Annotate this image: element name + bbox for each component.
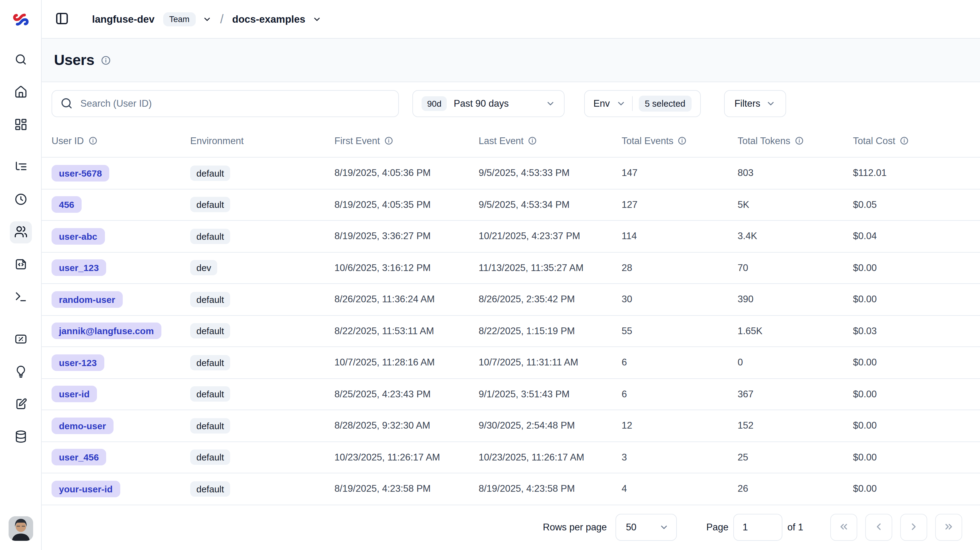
sidebar-item-sessions[interactable] — [10, 189, 32, 211]
user-id-badge[interactable]: user-5678 — [51, 165, 109, 181]
user-id-badge[interactable]: your-user-id — [51, 481, 120, 497]
user-id-badge[interactable]: user_456 — [51, 449, 106, 466]
table-row[interactable]: demo-user default 8/28/2025, 9:32:30 AM … — [42, 410, 980, 442]
info-icon[interactable] — [900, 136, 909, 145]
sidebar-item-tracing[interactable] — [10, 156, 32, 178]
info-icon[interactable] — [795, 136, 804, 145]
sidebar-item-datasets[interactable] — [10, 426, 32, 448]
lightbulb-icon — [14, 365, 27, 380]
first-page-button[interactable] — [830, 514, 857, 541]
user-id-badge[interactable]: user-abc — [51, 228, 105, 245]
sidebar-item-dashboards[interactable] — [10, 114, 32, 136]
env-filter-button[interactable]: Env 5 selected — [584, 90, 701, 117]
sidebar-toggle-button[interactable] — [53, 10, 71, 28]
column-label: User ID — [51, 135, 84, 146]
user-id-cell: user_123 — [51, 260, 190, 276]
avatar-image — [8, 516, 33, 541]
environment-badge: default — [190, 197, 230, 212]
table-row[interactable]: user-123 default 10/7/2025, 11:28:16 AM … — [42, 347, 980, 379]
users-icon — [14, 225, 27, 240]
table-row[interactable]: user-id default 8/25/2025, 4:23:43 PM 9/… — [42, 379, 980, 410]
table-row[interactable]: 456 default 8/19/2025, 4:05:35 PM 9/5/20… — [42, 189, 980, 221]
sidebar-item-prompts[interactable] — [10, 254, 32, 276]
user-avatar[interactable] — [8, 516, 33, 541]
last-event-cell: 10/7/2025, 11:31:11 AM — [479, 357, 622, 368]
user-id-badge[interactable]: jannik@langfuse.com — [51, 323, 161, 339]
search-input[interactable] — [51, 90, 399, 117]
chevron-right-icon — [908, 521, 919, 534]
search-box — [51, 90, 399, 117]
first-event-cell: 8/28/2025, 9:32:30 AM — [334, 420, 479, 431]
table-row[interactable]: user_123 dev 10/6/2025, 3:16:12 PM 11/13… — [42, 252, 980, 284]
last-event-cell: 8/19/2025, 4:23:58 PM — [479, 483, 622, 495]
last-page-button[interactable] — [935, 514, 962, 541]
last-event-cell: 11/13/2025, 11:35:27 AM — [479, 262, 622, 273]
total-tokens-cell: 26 — [738, 483, 853, 495]
filters-button[interactable]: Filters — [724, 90, 786, 117]
info-icon[interactable] — [528, 136, 537, 145]
user-id-badge[interactable]: 456 — [51, 197, 82, 213]
user-id-cell: random-user — [51, 291, 190, 308]
table-row[interactable]: user-abc default 8/19/2025, 3:36:27 PM 1… — [42, 221, 980, 252]
info-icon[interactable] — [100, 55, 111, 65]
user-id-badge[interactable]: user-123 — [51, 354, 104, 371]
first-event-cell: 10/23/2025, 11:26:17 AM — [334, 452, 479, 463]
user-id-badge[interactable]: demo-user — [51, 418, 113, 434]
sidebar-nav — [10, 39, 32, 448]
rows-per-page-label: Rows per page — [543, 522, 607, 533]
total-tokens-cell: 152 — [738, 420, 853, 431]
toolbar: 90d Past 90 days Env 5 selected Filters — [42, 82, 980, 124]
first-event-cell: 10/6/2025, 3:16:12 PM — [334, 262, 479, 273]
total-tokens-cell: 1.65K — [738, 326, 853, 337]
first-event-cell: 8/25/2025, 4:23:43 PM — [334, 389, 479, 400]
sidebar-item-scores[interactable] — [10, 329, 32, 351]
page-input[interactable] — [733, 514, 783, 541]
table-row[interactable]: user_456 default 10/23/2025, 11:26:17 AM… — [42, 442, 980, 473]
nav-group-top — [10, 49, 32, 136]
table-row[interactable]: your-user-id default 8/19/2025, 4:23:58 … — [42, 473, 980, 505]
rows-per-page-select[interactable]: 50 — [616, 514, 677, 541]
user-id-badge[interactable]: user_123 — [51, 260, 106, 276]
total-tokens-cell: 0 — [738, 357, 853, 368]
sidebar-item-users[interactable] — [10, 221, 32, 243]
next-page-button[interactable] — [900, 514, 927, 541]
project-switcher-button[interactable]: docs-examples — [232, 13, 321, 25]
info-icon[interactable] — [678, 136, 687, 145]
total-events-cell: 30 — [622, 294, 738, 305]
column-header-environment: Environment — [190, 135, 334, 146]
sidebar-item-playground[interactable] — [10, 286, 32, 308]
table-row[interactable]: random-user default 8/26/2025, 11:36:24 … — [42, 284, 980, 315]
org-switcher-button[interactable]: Team — [163, 12, 212, 26]
user-id-cell: user_456 — [51, 449, 190, 466]
user-id-cell: user-abc — [51, 228, 190, 245]
environment-cell: default — [190, 418, 334, 434]
date-range-button[interactable]: 90d Past 90 days — [412, 90, 565, 117]
first-event-cell: 8/19/2025, 4:23:58 PM — [334, 483, 479, 495]
user-id-badge[interactable]: user-id — [51, 386, 97, 403]
user-id-badge[interactable]: random-user — [51, 291, 123, 308]
column-header-total-events: Total Events — [622, 135, 738, 146]
page-header: Users — [42, 39, 980, 82]
environment-cell: default — [190, 355, 334, 370]
previous-page-button[interactable] — [865, 514, 892, 541]
last-event-cell: 8/26/2025, 2:35:42 PM — [479, 294, 622, 305]
first-event-cell: 8/19/2025, 3:36:27 PM — [334, 231, 479, 242]
search-icon — [60, 97, 73, 110]
sidebar-item-search[interactable] — [10, 49, 32, 71]
sidebar-item-evaluation[interactable] — [10, 361, 32, 383]
sidebar-item-annotation[interactable] — [10, 394, 32, 416]
nav-group-observe — [10, 156, 32, 308]
table-row[interactable]: user-5678 default 8/19/2025, 4:05:36 PM … — [42, 158, 980, 189]
total-cost-cell: $0.00 — [853, 357, 980, 368]
total-events-cell: 6 — [622, 357, 738, 368]
table-row[interactable]: jannik@langfuse.com default 8/22/2025, 1… — [42, 315, 980, 347]
column-header-total-tokens: Total Tokens — [738, 135, 853, 146]
environment-badge: default — [190, 481, 230, 497]
chevron-down-icon — [312, 14, 321, 24]
total-events-cell: 55 — [622, 326, 738, 337]
info-icon[interactable] — [88, 136, 97, 145]
environment-cell: default — [190, 323, 334, 339]
info-icon[interactable] — [384, 136, 393, 145]
sidebar-item-home[interactable] — [10, 82, 32, 104]
last-event-cell: 9/5/2025, 4:53:34 PM — [479, 199, 622, 210]
